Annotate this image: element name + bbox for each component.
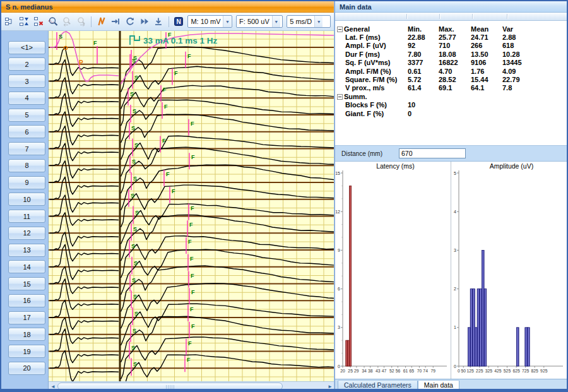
x-tick-label: 34 xyxy=(362,369,367,373)
chevron-down-icon[interactable]: ▼ xyxy=(314,16,322,27)
channel-button-17[interactable]: 17 xyxy=(8,311,45,324)
table-row[interactable]: Dur F (ms)7.8018.0813.5010.28 xyxy=(335,50,567,58)
row-value: 7.80 xyxy=(408,50,439,58)
channel-button-19[interactable]: 19 xyxy=(8,345,45,358)
channel-button-18[interactable]: 18 xyxy=(8,328,45,341)
table-row[interactable]: Ampl. F (uV)92710266618 xyxy=(335,42,567,50)
s-marker-label: S xyxy=(134,142,138,148)
s-marker-label: S xyxy=(132,277,136,283)
column-header: Min. xyxy=(408,25,439,33)
drop-to-baseline-icon[interactable] xyxy=(152,15,165,29)
y-tick-label: 0 xyxy=(338,364,340,369)
table-group-row[interactable]: GeneralMin.Max.MeanVar xyxy=(335,25,567,33)
channel-button-1[interactable]: <1> xyxy=(8,41,45,54)
row-value: 13.50 xyxy=(471,50,502,58)
x-tick-label: 825 xyxy=(531,369,539,373)
f-marker-label: F xyxy=(191,273,194,279)
table-row[interactable]: Ampl. F/M (%)0.614.701.764.09 xyxy=(335,67,567,75)
waveform-panel[interactable]: SFSFSFSFSFSFSFSFSFSFSFSFSFSFSFSFSFSFSFSF… xyxy=(49,31,334,381)
f-marker-label: F xyxy=(191,205,194,211)
row-value: 9106 xyxy=(471,59,502,66)
zoom-waveform-icon[interactable] xyxy=(46,15,59,29)
window-bottom-edge xyxy=(1,389,567,391)
channel-button-20[interactable]: 20 xyxy=(8,362,45,375)
row-value: 1.76 xyxy=(471,68,502,75)
distance-input[interactable] xyxy=(399,148,466,158)
channel-button-15[interactable]: 15 xyxy=(8,277,45,290)
panel-splitter[interactable] xyxy=(334,1,335,391)
channel-button-6[interactable]: 6 xyxy=(8,125,45,138)
collapse-icon[interactable] xyxy=(337,94,343,100)
table-row[interactable]: Giant. F (%)0 xyxy=(335,109,567,117)
channel-button-11[interactable]: 11 xyxy=(8,210,45,223)
chevron-down-icon[interactable]: ▼ xyxy=(223,16,231,27)
stimulus-annotation: 33 mA 0.1 ms 1 Hz xyxy=(143,36,218,45)
main-data-titlebar: Main data xyxy=(335,1,567,13)
channel-button-5[interactable]: 5 xyxy=(8,109,45,122)
channel-sidebar: <1>234567891011121314151617181920 xyxy=(1,31,49,391)
x-tick-label: 29 xyxy=(354,369,359,373)
y-tick-label: 2 xyxy=(454,287,456,291)
m-gain-dropdown[interactable]: M: 10 mV ▼ xyxy=(187,15,232,28)
x-tick-label: 425 xyxy=(494,369,502,373)
channel-button-3[interactable]: 3 xyxy=(8,74,45,88)
channel-button-16[interactable]: 16 xyxy=(8,294,45,307)
histogram-bar xyxy=(475,328,478,366)
s-marker-label: S xyxy=(59,33,62,40)
row-value: 0.61 xyxy=(408,68,439,75)
fast-forward-icon[interactable] xyxy=(138,15,151,29)
s-marker-label: S xyxy=(132,158,136,165)
s-marker-label: S xyxy=(134,311,138,317)
row-value: 7.8 xyxy=(502,84,567,92)
f-marker-label: F xyxy=(188,239,192,245)
row-value: 3377 xyxy=(408,59,439,66)
toolbar-separator xyxy=(91,16,92,27)
table-row[interactable]: V prox., m/s61.469.164.17.8 xyxy=(335,84,567,92)
channel-button-13[interactable]: 13 xyxy=(8,244,45,257)
channel-button-10[interactable]: 10 xyxy=(8,193,45,206)
table-row[interactable]: Sq. F (uV*ms)337716822910613445 xyxy=(335,59,567,67)
row-value: 18.08 xyxy=(439,50,471,58)
column-header: Mean xyxy=(471,25,502,33)
f-marker-label: F xyxy=(163,86,167,93)
stimulus-n-icon[interactable] xyxy=(95,15,108,29)
f-marker-label: F xyxy=(172,188,175,194)
f-marker-label: F xyxy=(191,121,194,127)
toolbar-separator xyxy=(169,16,169,27)
main-data-table: GeneralMin.Max.MeanVarLat. F (ms)22.8825… xyxy=(335,21,567,145)
channel-button-9[interactable]: 9 xyxy=(8,176,45,189)
repeat-icon[interactable] xyxy=(124,15,137,29)
histogram-bar xyxy=(480,289,482,366)
collapse-icon[interactable] xyxy=(337,27,343,32)
f-marker-label: F xyxy=(191,289,195,295)
table-row[interactable]: Blocks F (%)10 xyxy=(335,101,567,109)
channel-button-12[interactable]: 12 xyxy=(8,227,45,240)
y-tick-label: 3 xyxy=(338,325,340,330)
channel-button-4[interactable]: 4 xyxy=(8,92,45,105)
row-value: 22.79 xyxy=(502,76,567,83)
channel-button-14[interactable]: 14 xyxy=(8,260,45,273)
sweep-speed-dropdown[interactable]: 5 ms/D ▼ xyxy=(287,15,331,28)
traces-overlay-icon[interactable] xyxy=(3,15,16,29)
f-gain-dropdown[interactable]: F: 500 uV ▼ xyxy=(236,15,283,28)
row-value: 4.09 xyxy=(502,68,567,75)
table-row[interactable]: Lat. F (ms)22.8825.7724.712.88 xyxy=(335,33,567,41)
traces-delete-icon[interactable] xyxy=(32,15,45,29)
chevron-down-icon[interactable]: ▼ xyxy=(272,16,280,27)
table-group-row[interactable]: Summ. xyxy=(335,92,567,100)
channel-button-7[interactable]: 7 xyxy=(8,142,45,155)
step-marker-icon[interactable] xyxy=(109,15,122,29)
n-view-icon[interactable]: N xyxy=(172,15,186,29)
s-marker-label: S xyxy=(133,226,137,232)
row-value: 28.52 xyxy=(439,76,471,83)
y-tick-label: 3 xyxy=(454,248,456,252)
waveform-svg: SFSFSFSFSFSFSFSFSFSFSFSFSFSFSFSFSFSFSFSF… xyxy=(49,31,334,381)
toolbar: N M: 10 mV ▼ F: 500 uV ▼ 5 ms/D ▼ xyxy=(1,13,334,31)
row-value: 10.28 xyxy=(502,50,567,58)
x-tick-label: 65 xyxy=(410,369,415,373)
channel-button-8[interactable]: 8 xyxy=(8,159,45,172)
channel-button-2[interactable]: 2 xyxy=(8,57,45,71)
f-marker-label: F xyxy=(174,70,178,76)
traces-sort-icon[interactable] xyxy=(18,15,31,29)
table-row[interactable]: Square. F/M (%)5.7228.5215.4422.79 xyxy=(335,75,567,83)
